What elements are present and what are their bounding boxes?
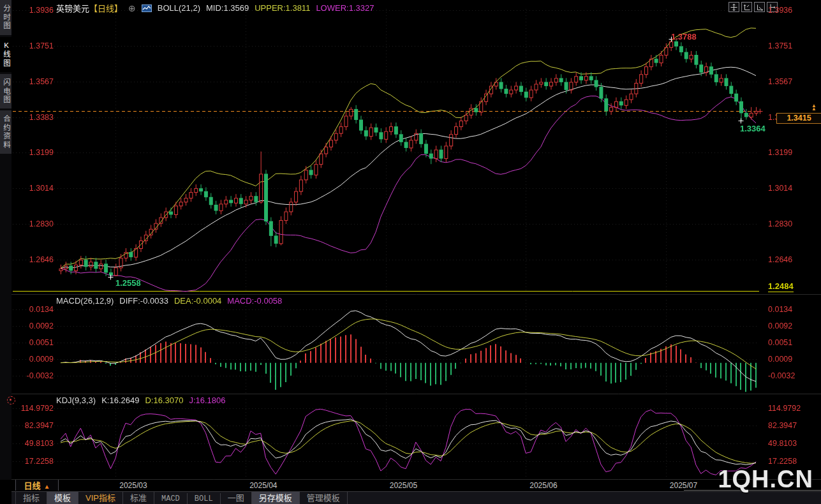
macd-macd-value: MACD:-0.0058 (227, 296, 282, 306)
kdj-d-value: D:16.3070 (145, 396, 183, 405)
mini-chart-icon[interactable] (142, 4, 152, 12)
price-tick-right-1: 1.3751 (768, 41, 792, 50)
macd-tick-left-4: -0.0032 (11, 371, 54, 380)
period-tag: 【日线】 (89, 2, 122, 14)
period-selector-label: 日线 (24, 481, 41, 491)
toolbar-item-8[interactable]: 管理模板 (300, 492, 348, 504)
circle-plus-icon[interactable]: ⊕ (128, 5, 136, 11)
sidebar-tab-2[interactable]: 闪电图 (0, 74, 11, 109)
price-tick-right-5: 1.3014 (768, 184, 792, 193)
month-label-1: 2025/04 (249, 481, 277, 490)
kdj-params-label: KDJ(9,3,3) (56, 396, 96, 405)
macd-diff-value: DIFF:-0.0033 (119, 296, 168, 306)
toolbar-item-6[interactable]: 一图 (221, 492, 252, 504)
month-label-3: 2025/06 (529, 481, 557, 490)
price-tick-right-4: 1.3199 (768, 148, 792, 157)
kdj-tick-left-0: 114.9792 (11, 404, 54, 413)
month-label-2: 2025/05 (390, 481, 417, 490)
kdj-tick-right-0: 114.9792 (768, 404, 801, 413)
period-selector-arrow-icon: ▲ (44, 483, 50, 490)
instrument-name: 英镑美元 (56, 2, 89, 14)
month-label-0: 2025/03 (119, 481, 147, 490)
crosshair-move-icon[interactable] (729, 2, 739, 12)
recent-low-label: 1.3364 (740, 124, 766, 133)
swing-low-label: 1.2558 (115, 278, 141, 288)
price-tick-right-6: 1.2830 (768, 219, 792, 228)
chart-canvas[interactable] (0, 0, 821, 504)
kdj-j-value: J:16.1806 (189, 396, 225, 405)
sun-indicator-icon[interactable] (7, 396, 15, 404)
kdj-tick-left-3: 17.2258 (11, 457, 54, 466)
price-tick-right-7: 1.2646 (768, 255, 792, 264)
main-chart-legend: 英镑美元【日线】 ⊕ BOLL(21,2) MID:1.3569 UPPER:1… (56, 2, 374, 14)
chart-type-sidebar: 分时图K线图闪电图合约资料 (0, 0, 11, 480)
toolbar-item-3[interactable]: 标准 (123, 492, 154, 504)
site-watermark: 1QH.CN (718, 466, 813, 493)
macd-dea-value: DEA:-0.0004 (174, 296, 221, 306)
axis-zoom-right-icon[interactable] (754, 2, 765, 12)
macd-tick-left-0: 0.0134 (11, 305, 54, 314)
macd-tick-right-2: 0.0051 (768, 338, 792, 347)
macd-tick-right-3: 0.0009 (768, 355, 792, 364)
kdj-legend: KDJ(9,3,3) K:16.2649 D:16.3070 J:16.1806 (56, 396, 226, 405)
price-tick-right-2: 1.3567 (768, 77, 792, 86)
boll-lower-value: LOWER:1.3327 (316, 3, 374, 13)
kdj-k-value: K:16.2649 (101, 396, 139, 405)
swing-high-label: 1.3788 (671, 32, 697, 41)
price-tick-left-2: 1.3567 (11, 77, 54, 86)
kdj-tick-right-1: 82.3947 (768, 421, 797, 430)
toolbar-item-1[interactable]: 模板 (47, 492, 78, 504)
kdj-tick-right-2: 49.8103 (768, 439, 797, 448)
price-tick-left-0: 1.3936 (11, 6, 54, 15)
axis-zoom-left-icon[interactable] (741, 2, 752, 12)
kdj-tick-right-3: 17.2258 (768, 457, 797, 466)
price-up-arrow-icon: ▲▲ (810, 104, 818, 110)
toolbar-item-4[interactable]: MACD (154, 493, 188, 504)
macd-tick-left-2: 0.0051 (11, 338, 54, 347)
macd-tick-right-0: 0.0134 (768, 305, 792, 314)
price-tick-left-5: 1.3014 (11, 184, 54, 193)
boll-mid-value: MID:1.3569 (206, 3, 249, 13)
toolbar-item-2[interactable]: VIP指标 (78, 492, 123, 504)
toolbar-item-7[interactable]: 另存模板 (252, 492, 300, 504)
price-tick-left-7: 1.2646 (11, 255, 54, 264)
macd-params-label: MACD(26,12,9) (56, 296, 114, 306)
price-tick-left-6: 1.2830 (11, 219, 54, 228)
kdj-tick-left-2: 49.8103 (11, 439, 54, 448)
price-tick-left-3: 1.3383 (11, 113, 54, 122)
sidebar-tab-1[interactable]: K线图 (0, 37, 11, 72)
sidebar-tab-3[interactable]: 合约资料 (0, 110, 11, 154)
macd-legend: MACD(26,12,9) DIFF:-0.0033 DEA:-0.0004 M… (56, 296, 282, 306)
sidebar-tab-0[interactable]: 分时图 (0, 0, 11, 35)
macd-tick-right-1: 0.0092 (768, 322, 792, 330)
support-level-label: 1.2484 (768, 281, 794, 292)
macd-tick-left-1: 0.0092 (11, 322, 54, 330)
boll-params-label: BOLL(21,2) (158, 3, 200, 13)
month-label-4: 2025/07 (670, 481, 697, 490)
macd-tick-left-3: 0.0009 (11, 355, 54, 364)
indicator-toolbar: 指标模板VIP指标标准MACDBOLL一图另存模板管理模板 (11, 491, 821, 504)
toolbar-item-0[interactable]: 指标 (15, 492, 47, 504)
price-tick-right-0: 1.3936 (768, 6, 792, 15)
price-tick-left-1: 1.3751 (11, 41, 54, 50)
last-price-badge[interactable]: 1.3415 (776, 113, 821, 124)
boll-upper-value: UPPER:1.3811 (255, 3, 310, 13)
period-selector[interactable]: 日线▲ (15, 480, 59, 491)
toolbar-item-5[interactable]: BOLL (188, 493, 221, 504)
kdj-tick-left-1: 82.3947 (11, 421, 54, 430)
chart-window: 分时图K线图闪电图合约资料 英镑美元【日线】 ⊕ BOLL(21,2) MID:… (0, 0, 821, 504)
macd-tick-right-4: -0.0032 (768, 371, 795, 380)
price-tick-left-4: 1.3199 (11, 148, 54, 157)
